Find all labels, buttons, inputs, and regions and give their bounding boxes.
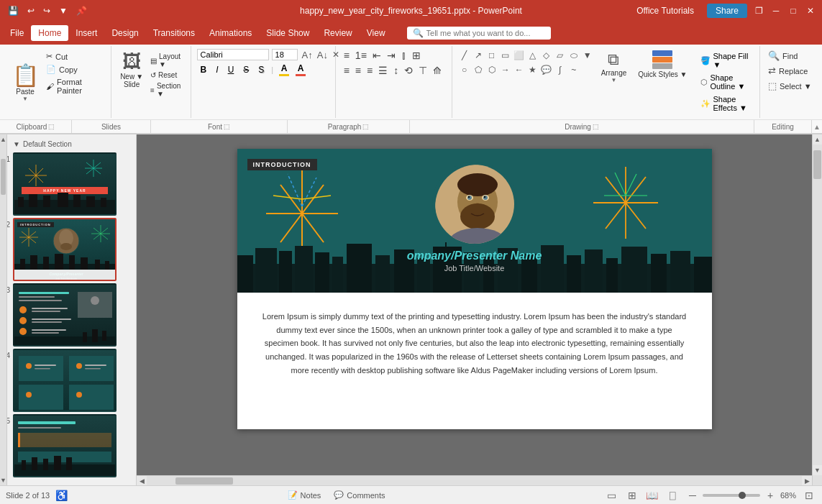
callout-shape[interactable]: 💬 [540, 63, 553, 76]
font-size-input[interactable] [272, 49, 298, 60]
font-expand-icon[interactable]: ⬚ [224, 123, 230, 130]
align-left-button[interactable]: ≡ [342, 64, 352, 77]
justify-button[interactable]: ☰ [376, 64, 390, 77]
office-tutorials-link[interactable]: Office Tutorials [629, 3, 701, 19]
italic-button[interactable]: I [212, 63, 222, 76]
drawing-expand-icon[interactable]: ⬚ [593, 123, 599, 130]
hexagon-shape[interactable]: ⬡ [485, 63, 498, 76]
panel-scroll-up[interactable]: ▲ [0, 134, 6, 145]
slide-thumb-1[interactable]: 1 ★ HAPPY NEW YEAR [13, 152, 130, 216]
quick-styles-button[interactable]: Quick Styles ▼ [634, 49, 691, 80]
save-button[interactable]: 💾 [6, 4, 21, 17]
minimize-button[interactable]: ─ [770, 5, 782, 17]
right-scroll-up[interactable]: ▲ [813, 134, 822, 145]
menu-view[interactable]: View [360, 25, 393, 41]
text-align-button[interactable]: ⊤ [416, 64, 429, 77]
normal-view-button[interactable]: ▭ [605, 488, 619, 503]
connector-shape[interactable]: ↗ [472, 49, 485, 62]
font-color-button[interactable]: A [277, 63, 291, 77]
accessibility-icon[interactable]: ♿ [55, 490, 68, 501]
undo-button[interactable]: ↩ [25, 4, 37, 17]
paste-button[interactable]: 📋 Paste ▼ [7, 49, 43, 115]
ribbon-collapse-button[interactable]: ▲ [812, 123, 822, 131]
close-button[interactable]: ✕ [805, 5, 816, 17]
smart-art-button[interactable]: ⊞ [410, 49, 423, 62]
arrange-button[interactable]: ⧉ Arrange ▼ [597, 49, 631, 85]
line-spacing-button[interactable]: ↕ [391, 64, 401, 77]
line-shape[interactable]: ╱ [458, 49, 471, 62]
shape-more[interactable]: ⬜ [513, 49, 526, 62]
parallelogram-shape[interactable]: ▱ [554, 49, 567, 62]
h-scroll-thumb[interactable] [175, 477, 233, 485]
menu-animations[interactable]: Animations [202, 25, 259, 41]
shape-outline-button[interactable]: ⬡ Shape Outline ▼ [698, 72, 753, 92]
columns-button[interactable]: ⫿ [399, 49, 408, 62]
fit-slide-button[interactable]: ⊡ [802, 488, 816, 503]
clipboard-expand-icon[interactable]: ⬚ [48, 123, 55, 130]
section-button[interactable]: ≡ Section ▼ [149, 81, 186, 98]
slide-thumb-5[interactable]: 5 ★ [13, 414, 130, 477]
cut-button[interactable]: ✂ Cut [43, 50, 106, 63]
zoom-slider[interactable] [703, 494, 760, 497]
menu-home[interactable]: Home [31, 25, 68, 41]
menu-insert[interactable]: Insert [68, 25, 104, 41]
comments-button[interactable]: 💬 Comments [329, 489, 389, 501]
maximize-button[interactable]: □ [787, 5, 799, 17]
replace-button[interactable]: ⇄ Replace [766, 64, 815, 78]
font-name-input[interactable] [197, 49, 269, 60]
menu-review[interactable]: Review [316, 25, 359, 41]
arrow-right-shape[interactable]: → [499, 63, 512, 76]
redo-button[interactable]: ↪ [41, 4, 52, 17]
slide-sorter-button[interactable]: ⊞ [625, 488, 639, 503]
underline-button[interactable]: U [224, 63, 238, 76]
quick-access-more[interactable]: ▼ [57, 4, 70, 17]
decrease-indent-button[interactable]: ⇤ [370, 49, 383, 62]
format-painter-button[interactable]: 🖌 Format Painter [43, 76, 106, 96]
panel-scroll-thumb[interactable] [1, 159, 6, 195]
arrow-left-shape[interactable]: ← [513, 63, 526, 76]
rect-shape[interactable]: □ [485, 49, 498, 62]
right-scroll-thumb[interactable] [813, 150, 821, 179]
highlight-color-button[interactable]: A [293, 63, 308, 77]
shape-effects-button[interactable]: ✨ Shape Effects ▼ [698, 93, 753, 114]
align-right-button[interactable]: ≡ [365, 64, 375, 77]
shapes-expand[interactable]: ▼ [581, 49, 594, 62]
decrease-font-button[interactable]: A↓ [316, 50, 329, 60]
align-center-button[interactable]: ≡ [353, 64, 363, 77]
shadow-button[interactable]: S [255, 63, 268, 76]
rounded-rect-shape[interactable]: ▭ [499, 49, 512, 62]
panel-scroll-down[interactable]: ▼ [0, 475, 6, 485]
select-button[interactable]: ⬚ Select ▼ [766, 79, 815, 93]
h-scroll-right[interactable]: ▶ [802, 476, 812, 486]
slide-thumb-4[interactable]: 4 ★ [13, 349, 130, 412]
paragraph-expand-icon[interactable]: ⬚ [362, 123, 369, 130]
presenter-view-button[interactable]: ⎕ [665, 488, 680, 503]
section-header[interactable]: ▼ Default Section [7, 137, 136, 151]
triangle-shape[interactable]: △ [526, 49, 539, 62]
search-input[interactable] [426, 29, 542, 37]
increase-indent-button[interactable]: ⇥ [385, 49, 398, 62]
customize-button[interactable]: 📌 [74, 4, 89, 17]
freeform-shape[interactable]: ~ [567, 63, 580, 76]
new-slide-button[interactable]: 🖼 New▼ Slide [117, 49, 146, 90]
copy-button[interactable]: 📄 Copy [43, 63, 106, 75]
reset-button[interactable]: ↺ Reset [149, 70, 186, 80]
slide-view[interactable]: INTRODUCTION [237, 149, 712, 429]
share-button[interactable]: Share [707, 4, 747, 18]
diamond-shape[interactable]: ◇ [540, 49, 553, 62]
menu-transitions[interactable]: Transitions [146, 25, 202, 41]
h-scroll-left[interactable]: ◀ [137, 476, 147, 486]
bold-button[interactable]: B [197, 63, 211, 76]
circle-shape[interactable]: ○ [458, 63, 471, 76]
curved-line-shape[interactable]: ∫ [554, 63, 567, 76]
slide-thumb-2[interactable]: 2 ★ [13, 218, 130, 281]
restore-button[interactable]: ❐ [753, 5, 764, 17]
menu-file[interactable]: File [3, 25, 31, 41]
increase-font-button[interactable]: A↑ [301, 50, 314, 60]
convert-to-smartart[interactable]: ⟰ [431, 64, 444, 77]
layout-button[interactable]: ▤ Layout ▼ [149, 52, 186, 69]
zoom-out-button[interactable]: ─ [685, 488, 700, 503]
reading-view-button[interactable]: 📖 [645, 488, 659, 503]
star-shape[interactable]: ★ [526, 63, 539, 76]
pentagon-shape[interactable]: ⬠ [472, 63, 485, 76]
